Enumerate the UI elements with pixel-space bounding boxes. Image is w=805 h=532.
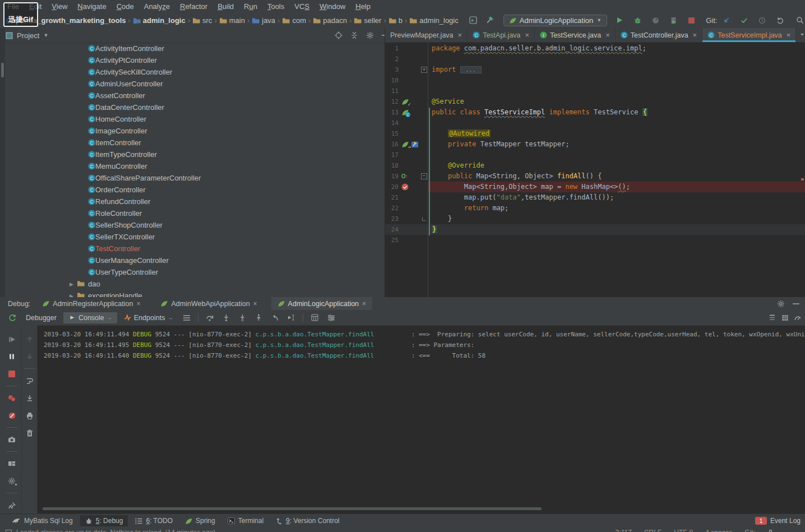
breadcrumb-item-b[interactable]: b — [388, 16, 402, 25]
tool-window-button-spring[interactable]: Spring — [180, 515, 220, 526]
camera-icon[interactable] — [6, 433, 18, 446]
tool-window-button-6-todo[interactable]: 6: TODO — [130, 515, 178, 526]
tool-window-button-5-debug[interactable]: 5: Debug — [80, 515, 128, 526]
menu-item-help[interactable]: Help — [350, 1, 376, 12]
editor-tab-testapi-java[interactable]: CTestApi.java× — [468, 28, 535, 42]
tree-item-datacentercontroller[interactable]: CDataCenterController — [0, 101, 385, 113]
mybatis-gutter-icon[interactable] — [411, 141, 419, 148]
editor-tab-testserviceimpl-java[interactable]: CTestServiceImpl.java× — [702, 28, 796, 42]
scroll-top-icon[interactable] — [769, 314, 776, 321]
evaluate-icon[interactable] — [308, 312, 321, 324]
minus-icon[interactable] — [793, 303, 799, 305]
debug-session-tab-adminlogicapplication[interactable]: AdminLogicApplication× — [271, 297, 372, 310]
history-clock-icon[interactable] — [755, 14, 769, 26]
breadcrumb-item-padacn[interactable]: padacn — [313, 16, 347, 25]
breadcrumb-item-seller[interactable]: seller — [354, 16, 381, 25]
view-tab-console[interactable]: Console→ — [63, 312, 117, 323]
status-item-git[interactable]: Git: — [744, 529, 755, 532]
status-item-3-117[interactable]: 3:117 — [616, 529, 632, 532]
override-icon[interactable]: O↑ — [401, 173, 408, 179]
console-output[interactable]: 2019-03-20 16:49:11.494 DEBUG 9524 --- [… — [37, 325, 805, 517]
restore-layout-icon[interactable] — [6, 457, 18, 470]
close-icon[interactable]: × — [605, 31, 610, 39]
pause-icon[interactable] — [6, 350, 18, 363]
menu-item-window[interactable]: Window — [314, 1, 350, 12]
tree-folder-exceptionhandle[interactable]: ▶exceptionHandle — [0, 290, 385, 297]
tree-item-usermanagecontroller[interactable]: CUserManageController — [0, 255, 385, 266]
status-item-utf-8[interactable]: UTF-8 — [674, 529, 693, 532]
layout-settings-icon[interactable] — [325, 312, 337, 324]
tree-item-sellershopcontroller[interactable]: CSellerShopController — [0, 219, 385, 231]
breadcrumb-item-admin-logic[interactable]: admin_logic — [133, 16, 186, 25]
drop-frame-icon[interactable] — [269, 312, 281, 324]
close-icon[interactable]: × — [362, 300, 366, 308]
scroll-end-icon[interactable] — [24, 392, 36, 404]
rollback-icon[interactable] — [773, 14, 787, 26]
debug-session-tab-adminwebapiapplication[interactable]: AdminWebApiApplication× — [154, 297, 263, 310]
chevron-down-icon[interactable]: ▼ — [43, 33, 48, 38]
fold-minus-icon[interactable]: − — [421, 173, 427, 179]
breakpoint-icon[interactable] — [401, 183, 409, 191]
menu-item-view[interactable]: View — [47, 1, 72, 12]
gauge-icon[interactable] — [794, 314, 802, 321]
up-icon[interactable] — [24, 333, 36, 345]
step-over-icon[interactable] — [203, 312, 216, 324]
build-hammer-icon[interactable] — [484, 14, 498, 26]
down-icon[interactable] — [24, 350, 36, 363]
git-commit-icon[interactable] — [737, 14, 751, 26]
tree-item-adminusercontroller[interactable]: CAdminUserController — [0, 78, 385, 90]
close-icon[interactable]: × — [525, 31, 530, 39]
mute-breakpoints-icon[interactable] — [6, 409, 18, 422]
tree-item-assetcontroller[interactable]: CAssetController — [0, 90, 385, 101]
close-icon[interactable]: × — [253, 300, 257, 308]
view-tab-endpoints[interactable]: Endpoints→ — [119, 312, 178, 323]
event-log-button[interactable]: 1 Event Log — [755, 514, 801, 528]
coverage-icon[interactable] — [667, 14, 680, 26]
collapse-all-icon[interactable] — [350, 31, 358, 39]
rerun-icon[interactable] — [6, 312, 18, 324]
close-icon[interactable]: × — [787, 31, 791, 39]
gear-icon[interactable] — [777, 300, 785, 308]
tree-item-itemtypecontroller[interactable]: CItemTypeController — [0, 149, 385, 160]
horizontal-scrollbar[interactable] — [43, 507, 542, 510]
lock-icon[interactable] — [767, 529, 774, 532]
menu-item-vcs[interactable]: VCS — [289, 1, 314, 12]
breadcrumb-item-main[interactable]: main — [219, 16, 245, 25]
tree-item-activityseckillcontroller[interactable]: CActivitySecKillController — [0, 66, 385, 78]
tree-item-activityptcontroller[interactable]: CActivityPtController — [0, 54, 385, 66]
fold-marker[interactable]: − — [420, 171, 428, 182]
pin-icon[interactable] — [6, 499, 18, 511]
editor-tab-testservice-java[interactable]: ITestService.java× — [535, 28, 616, 42]
tree-item-officalshareparametercontroller[interactable]: COfficalShareParameterController — [0, 172, 385, 184]
debug-session-tab-adminregisterapplication[interactable]: AdminRegisterApplication× — [36, 297, 146, 310]
tree-item-usertypecontroller[interactable]: CUserTypeController — [0, 266, 385, 278]
fold-plus-icon[interactable]: + — [421, 67, 427, 73]
soft-wrap-icon[interactable] — [24, 374, 36, 387]
force-step-into-icon[interactable] — [236, 312, 249, 324]
fold-marker[interactable]: + — [420, 64, 428, 75]
stop-icon[interactable] — [684, 14, 698, 26]
clear-icon[interactable] — [24, 427, 36, 439]
scrollbar-thumb[interactable] — [1, 63, 4, 77]
tree-item-itemcontroller[interactable]: CItemController — [0, 137, 385, 149]
menu-item-refactor[interactable]: Refactor — [175, 1, 212, 12]
grid-icon[interactable] — [781, 314, 789, 321]
breadcrumb-item-admin-logic[interactable]: admin_logic — [409, 16, 458, 25]
editor-tab-previewmapper-java[interactable]: PreviewMapper.java× — [385, 28, 468, 42]
hamburger-icon[interactable] — [180, 312, 193, 324]
close-icon[interactable]: × — [458, 31, 462, 39]
spring-bean-icon[interactable]: ✓ — [401, 98, 409, 105]
tool-window-button-terminal[interactable]: Terminal — [223, 515, 269, 526]
step-into-icon[interactable] — [220, 312, 233, 324]
view-breakpoints-icon[interactable] — [6, 392, 18, 404]
tree-item-refundcontroller[interactable]: CRefundController — [0, 196, 385, 207]
breadcrumb-item-src[interactable]: src — [192, 16, 212, 25]
gear-icon[interactable] — [366, 31, 374, 39]
panel-splitter[interactable] — [385, 28, 385, 297]
tree-item-ordercontroller[interactable]: COrderController — [0, 184, 385, 196]
print-icon[interactable] — [24, 409, 36, 422]
show-run-window-icon[interactable] — [466, 14, 480, 26]
menu-item-run[interactable]: Run — [239, 1, 262, 12]
tree-item-homecontroller[interactable]: CHomeController — [0, 113, 385, 125]
step-out-icon[interactable] — [252, 312, 265, 324]
